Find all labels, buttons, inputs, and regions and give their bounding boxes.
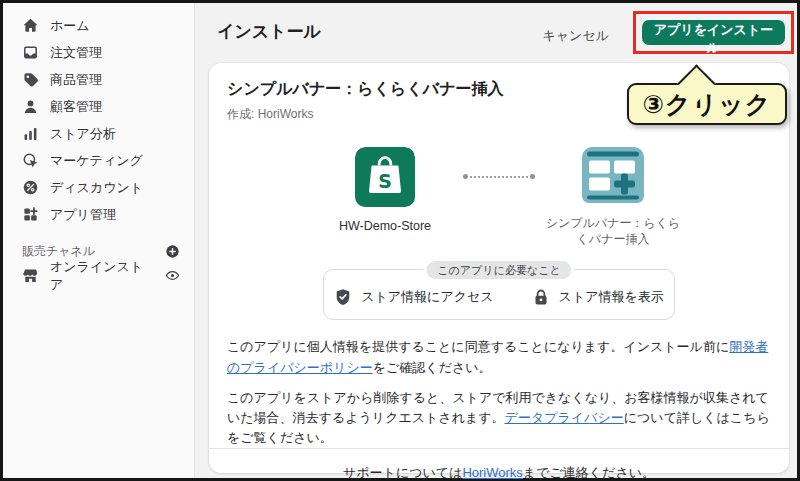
sidebar-item-apps[interactable]: アプリ管理 — [3, 201, 194, 228]
app-logo-icon — [582, 147, 644, 207]
support-text: サポートについては — [343, 465, 462, 480]
main-content: インストール キャンセル アプリをインストール ③クリック シンプルバナー：らく… — [195, 3, 797, 478]
support-text: までご連絡ください。 — [523, 465, 655, 480]
home-icon — [22, 17, 39, 34]
cancel-button[interactable]: キャンセル — [538, 25, 613, 47]
sidebar-item-analytics[interactable]: ストア分析 — [3, 120, 194, 147]
page-title: インストール — [217, 20, 321, 43]
click-annotation-bubble: ③クリック — [627, 83, 787, 125]
customers-icon — [22, 98, 39, 115]
privacy-text: をご確認ください。 — [373, 360, 492, 375]
permissions-box: このアプリに必要なこと ストア情報にアクセス ストア情報を表示 — [323, 269, 675, 320]
sidebar-item-orders[interactable]: 注文管理 — [3, 39, 194, 66]
permission-item-view: ストア情報を表示 — [532, 288, 664, 306]
app-name-label: シンプルバナー：らくらくバナー挿入 — [542, 215, 684, 247]
shopify-logo-icon: S — [355, 147, 415, 211]
install-app-button[interactable]: アプリをインストール — [642, 20, 785, 45]
support-footer: サポートについてはHoriWorksまでご連絡ください。 — [209, 448, 789, 481]
sidebar-item-label: 商品管理 — [50, 71, 102, 89]
click-annotation-label: ③クリック — [643, 88, 772, 121]
shield-check-icon — [334, 288, 352, 306]
sidebar-item-label: ホーム — [50, 17, 90, 35]
sidebar-item-home[interactable]: ホーム — [3, 12, 194, 39]
sidebar-item-marketing[interactable]: マーケティング — [3, 147, 194, 174]
screenshot-frame: ホーム 注文管理 商品管理 顧客管理 ストア分析 — [0, 0, 800, 481]
permission-label: ストア情報にアクセス — [361, 288, 493, 306]
storefront-icon — [22, 267, 39, 284]
horiworks-support-link[interactable]: HoriWorks — [462, 465, 522, 480]
sidebar-item-label: 顧客管理 — [50, 98, 102, 116]
marketing-icon — [22, 152, 39, 169]
sidebar-item-products[interactable]: 商品管理 — [3, 66, 194, 93]
lock-icon — [532, 288, 550, 306]
sidebar: ホーム 注文管理 商品管理 顧客管理 ストア分析 — [3, 3, 195, 478]
products-icon — [22, 71, 39, 88]
plus-circle-icon[interactable] — [165, 244, 180, 259]
permission-label: ストア情報を表示 — [559, 288, 664, 306]
sidebar-item-label: アプリ管理 — [50, 206, 116, 224]
privacy-paragraph-2: このアプリをストアから削除すると、ストアで利用できなくなり、お客様情報が収集され… — [227, 388, 771, 448]
highlight-box-annotation: アプリをインストール — [633, 11, 794, 54]
dotted-connector — [470, 176, 528, 178]
sidebar-item-online-store[interactable]: オンラインストア — [3, 262, 194, 289]
eye-icon[interactable] — [165, 268, 180, 283]
sidebar-item-customers[interactable]: 顧客管理 — [3, 93, 194, 120]
svg-text:S: S — [378, 170, 392, 192]
sidebar-item-label: ディスカウント — [50, 179, 143, 197]
sidebar-item-label: 注文管理 — [50, 44, 102, 62]
app-column: シンプルバナー：らくらくバナー挿入 — [528, 147, 698, 247]
store-column: S HW-Demo-Store — [300, 147, 470, 233]
sidebar-item-label: ストア分析 — [50, 125, 116, 143]
privacy-text: このアプリに個人情報を提供することに同意することになります。インストール前に — [227, 339, 729, 354]
discounts-icon — [22, 179, 39, 196]
analytics-icon — [22, 125, 39, 142]
permissions-badge: このアプリに必要なこと — [426, 261, 571, 279]
orders-icon — [22, 44, 39, 61]
sidebar-item-label: オンラインストア — [50, 258, 154, 294]
privacy-paragraph-1: このアプリに個人情報を提供することに同意することになります。インストール前に開発… — [227, 337, 771, 377]
sidebar-item-label: マーケティング — [50, 152, 143, 170]
sidebar-item-discounts[interactable]: ディスカウント — [3, 174, 194, 201]
apps-icon — [22, 206, 39, 223]
connection-diagram: S HW-Demo-Store — [227, 147, 771, 247]
data-privacy-link[interactable]: データプライバシー — [505, 410, 624, 425]
store-name-label: HW-Demo-Store — [339, 219, 431, 233]
permission-item-access: ストア情報にアクセス — [334, 288, 493, 306]
